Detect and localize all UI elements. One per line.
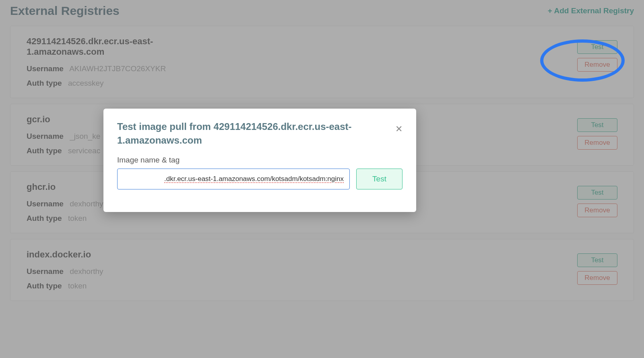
registry-host: index.docker.io — [27, 249, 159, 260]
add-external-registry-link[interactable]: + Add External Registry — [548, 6, 634, 15]
authtype-value: token — [68, 282, 87, 290]
test-button[interactable]: Test — [577, 186, 617, 200]
close-icon[interactable]: ✕ — [395, 124, 402, 134]
username-label: Username — [27, 132, 64, 140]
authtype-value: token — [68, 214, 87, 222]
username-value: _json_ke — [70, 132, 100, 140]
remove-button[interactable]: Remove — [577, 271, 617, 285]
page-title: External Registries — [10, 4, 120, 18]
username-label: Username — [27, 64, 64, 73]
authtype-label: Auth type — [27, 282, 62, 290]
test-button[interactable]: Test — [577, 253, 617, 267]
registry-card: index.docker.io Username dexhorthy Auth … — [10, 239, 634, 301]
authtype-value: accesskey — [68, 79, 104, 87]
modal-title: Test image pull from 429114214526.dkr.ec… — [117, 120, 375, 147]
test-button[interactable]: Test — [577, 40, 617, 54]
username-value: dexhorthy — [70, 267, 103, 276]
username-label: Username — [27, 200, 64, 208]
registry-host: 429114214526.dkr.ecr.us-east-1.amazonaws… — [27, 36, 159, 57]
test-button[interactable]: Test — [577, 118, 617, 132]
authtype-value: serviceac — [68, 146, 100, 155]
authtype-label: Auth type — [27, 214, 62, 222]
modal-test-button[interactable]: Test — [356, 169, 402, 189]
test-image-pull-modal: Test image pull from 429114214526.dkr.ec… — [103, 109, 416, 212]
image-name-tag-input[interactable] — [117, 169, 350, 189]
registry-card: 429114214526.dkr.ecr.us-east-1.amazonaws… — [10, 26, 634, 98]
username-value: dexhorthy — [70, 200, 103, 208]
authtype-label: Auth type — [27, 79, 62, 87]
authtype-label: Auth type — [27, 146, 62, 155]
username-label: Username — [27, 267, 64, 276]
remove-button[interactable]: Remove — [577, 204, 617, 217]
remove-button[interactable]: Remove — [577, 58, 617, 72]
username-value: AKIAWH2JTJB7CO26XYKR — [69, 64, 166, 73]
image-name-tag-label: Image name & tag — [117, 156, 402, 165]
remove-button[interactable]: Remove — [577, 136, 617, 150]
